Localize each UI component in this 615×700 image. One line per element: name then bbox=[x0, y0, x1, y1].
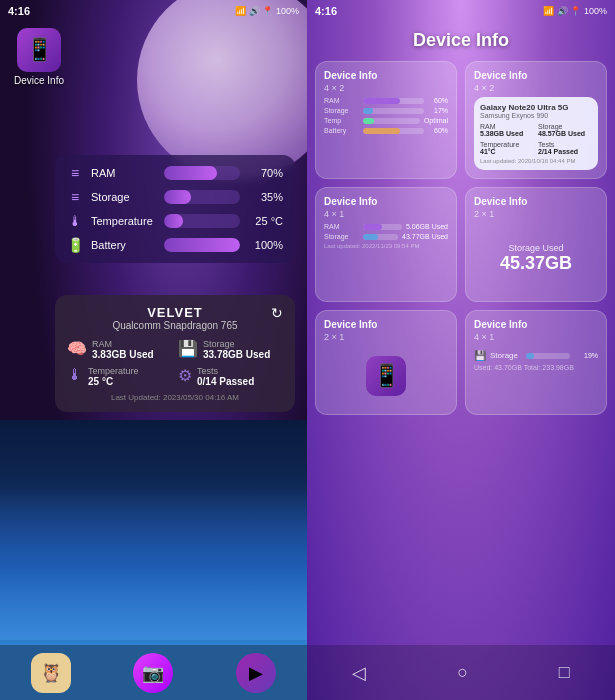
widget-3-title: Device Info bbox=[324, 196, 448, 207]
storage-widget-label: Storage bbox=[490, 351, 518, 360]
storage-bar bbox=[164, 190, 240, 204]
w1-temp-bar bbox=[363, 118, 420, 124]
device-temp-value: 25 °C bbox=[88, 376, 139, 387]
widget-2[interactable]: Device Info 4 × 2 Galaxy Note20 Ultra 5G… bbox=[465, 61, 607, 179]
w3-storage-value: 43.77GB Used bbox=[402, 233, 448, 240]
w1-ram-row: RAM 60% bbox=[324, 97, 448, 104]
w3-storage-bar bbox=[363, 234, 398, 240]
device-info-icon[interactable]: 📱 bbox=[17, 28, 61, 72]
samsung-tests-val: 2/14 Passed bbox=[538, 148, 592, 155]
w1-ram-label: RAM bbox=[324, 97, 359, 104]
status-icons-right: 📶 🔊 📍 100% bbox=[543, 6, 607, 16]
storage-icon-row: 💾 Storage 19% bbox=[474, 350, 598, 361]
widget-6-title: Device Info bbox=[474, 319, 598, 330]
device-temp-item: 🌡 Temperature 25 °C bbox=[67, 366, 172, 387]
storage-widget-icon: 💾 bbox=[474, 350, 486, 361]
time-left: 4:16 bbox=[8, 5, 30, 17]
samsung-widget: Galaxy Note20 Ultra 5G Samsung Exynos 99… bbox=[474, 97, 598, 170]
w1-battery-bar bbox=[363, 128, 424, 134]
widget-4-title: Device Info bbox=[474, 196, 598, 207]
device-stats-grid: 🧠 RAM 3.83GB Used 💾 Storage 33.78GB Used… bbox=[67, 339, 283, 387]
device-detail-widget: ↻ VELVET Qualcomm Snapdragon 765 🧠 RAM 3… bbox=[55, 295, 295, 412]
widget-3[interactable]: Device Info 4 × 1 RAM 5.06GB Used Storag… bbox=[315, 187, 457, 302]
w1-battery-value: 60% bbox=[428, 127, 448, 134]
storage-bar-fill bbox=[164, 190, 191, 204]
widget-6[interactable]: Device Info 4 × 1 💾 Storage 19% Used: 43… bbox=[465, 310, 607, 415]
device-storage-value: 33.78GB Used bbox=[203, 349, 270, 360]
w1-storage-row: Storage 17% bbox=[324, 107, 448, 114]
battery-icon: 🔋 bbox=[67, 237, 83, 253]
widget-1-stats: RAM 60% Storage 17% Temp bbox=[324, 97, 448, 134]
widget-4[interactable]: Device Info 2 × 1 Storage Used 45.37GB bbox=[465, 187, 607, 302]
app-icon-label: Device Info bbox=[14, 75, 64, 86]
temp-icon: 🌡 bbox=[67, 213, 83, 229]
home-button-right[interactable]: ○ bbox=[457, 662, 468, 683]
icon-widget-emoji: 📱 bbox=[373, 363, 400, 389]
widget-5[interactable]: Device Info 2 × 1 📱 bbox=[315, 310, 457, 415]
refresh-icon[interactable]: ↻ bbox=[271, 305, 283, 321]
widget-5-size: 2 × 1 bbox=[324, 332, 448, 342]
ram-value: 70% bbox=[248, 167, 283, 179]
samsung-temp: Temperature 41°C bbox=[480, 141, 534, 155]
widgets-grid: Device Info 4 × 2 RAM 60% Storage bbox=[315, 61, 607, 415]
recents-button-right[interactable]: □ bbox=[559, 662, 570, 683]
device-info-emoji: 📱 bbox=[26, 37, 53, 63]
device-tests-label: Tests bbox=[197, 366, 254, 376]
w3-ram-bar bbox=[363, 224, 402, 230]
icon-widget-display: 📱 bbox=[324, 346, 448, 406]
w1-storage-label: Storage bbox=[324, 107, 359, 114]
w6-storage-fill bbox=[526, 353, 534, 359]
w1-temp-fill bbox=[363, 118, 374, 124]
device-storage-item: 💾 Storage 33.78GB Used bbox=[178, 339, 283, 360]
app-icon-container[interactable]: 📱 Device Info bbox=[14, 28, 64, 86]
ram-bar-fill bbox=[164, 166, 217, 180]
device-ram-icon: 🧠 bbox=[67, 339, 87, 358]
right-title: Device Info bbox=[315, 30, 607, 51]
owl-app-icon[interactable]: 🦉 bbox=[31, 653, 71, 693]
w6-storage-value: 19% bbox=[578, 352, 598, 359]
battery-row: 🔋 Battery 100% bbox=[67, 237, 283, 253]
samsung-storage: Storage 48.57GB Used bbox=[538, 123, 592, 137]
samsung-stats-grid: RAM 5.38GB Used Storage 48.57GB Used Tem… bbox=[480, 123, 592, 155]
device-tests-value: 0/14 Passed bbox=[197, 376, 254, 387]
w1-storage-fill bbox=[363, 108, 373, 114]
w6-storage-detail: Used: 43.70GB Total: 233.98GB bbox=[474, 364, 598, 371]
right-content: Device Info Device Info 4 × 2 RAM 60% St… bbox=[307, 22, 615, 645]
w1-battery-fill bbox=[363, 128, 400, 134]
samsung-tests: Tests 2/14 Passed bbox=[538, 141, 592, 155]
samsung-device-name: Galaxy Note20 Ultra 5G bbox=[480, 103, 592, 112]
ocean-waves bbox=[0, 490, 307, 640]
device-ram-value: 3.83GB Used bbox=[92, 349, 154, 360]
last-updated: Last Updated: 2023/05/30 04:16 AM bbox=[67, 393, 283, 402]
w1-temp-row: Temp Optimal bbox=[324, 117, 448, 124]
device-model: Qualcomm Snapdragon 765 bbox=[67, 320, 283, 331]
storage-icon: ≡ bbox=[67, 189, 83, 205]
widget-1[interactable]: Device Info 4 × 2 RAM 60% Storage bbox=[315, 61, 457, 179]
widget-2-title: Device Info bbox=[474, 70, 598, 81]
samsung-storage-val: 48.57GB Used bbox=[538, 130, 592, 137]
stats-widget: ≡ RAM 70% ≡ Storage 35% 🌡 Temperature 25… bbox=[55, 155, 295, 263]
device-temp-icon: 🌡 bbox=[67, 366, 83, 384]
w1-ram-value: 60% bbox=[428, 97, 448, 104]
device-ram-label: RAM bbox=[92, 339, 154, 349]
w1-battery-row: Battery 60% bbox=[324, 127, 448, 134]
storage-big-label: Storage Used bbox=[508, 243, 563, 253]
widget-3-size: 4 × 1 bbox=[324, 209, 448, 219]
widget-1-size: 4 × 2 bbox=[324, 83, 448, 93]
w1-temp-value: Optimal bbox=[424, 117, 448, 124]
back-button-right[interactable]: ◁ bbox=[352, 662, 366, 684]
w1-temp-label: Temp bbox=[324, 117, 359, 124]
camera-app-icon[interactable]: 📷 bbox=[133, 653, 173, 693]
w3-last-updated: Last updated: 2022/11/23 09:54 PM bbox=[324, 243, 448, 249]
samsung-temp-val: 41°C bbox=[480, 148, 534, 155]
device-tests-item: ⚙ Tests 0/14 Passed bbox=[178, 366, 283, 387]
ram-label: RAM bbox=[91, 167, 156, 179]
status-bar-left: 4:16 📶 🔊 📍 100% bbox=[0, 0, 307, 22]
play-app-icon[interactable]: ▶ bbox=[236, 653, 276, 693]
storage-big-value: 45.37GB bbox=[500, 253, 572, 274]
battery-value: 100% bbox=[248, 239, 283, 251]
samsung-last-updated: Last updated: 2020/10/16 04:44 PM bbox=[480, 158, 592, 164]
w3-ram-label: RAM bbox=[324, 223, 359, 230]
w6-storage-bar bbox=[526, 353, 570, 359]
icons-right: 📶 🔊 📍 100% bbox=[543, 6, 607, 16]
